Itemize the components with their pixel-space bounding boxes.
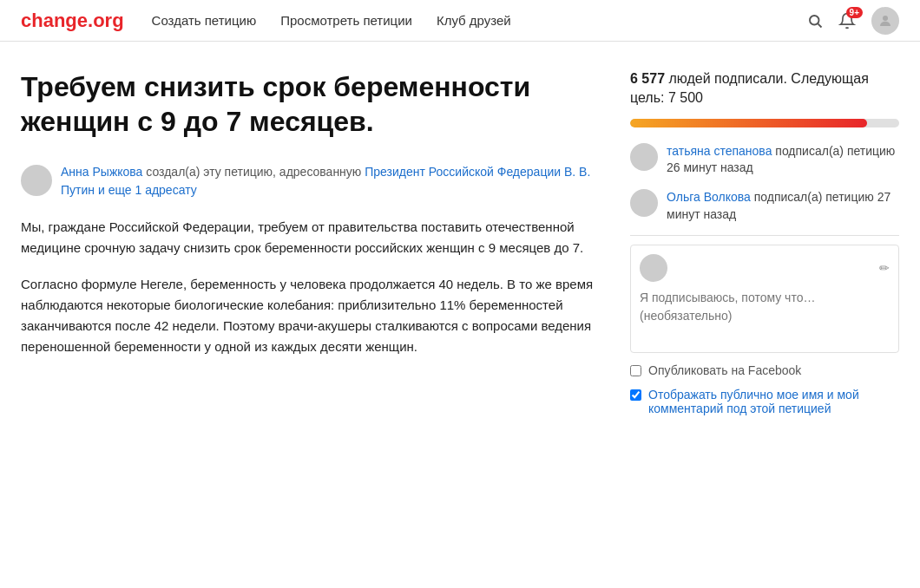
header: change.org Создать петицию Просмотреть п… xyxy=(0,0,920,42)
comment-user-avatar xyxy=(640,254,667,282)
nav-club[interactable]: Клуб друзей xyxy=(437,13,511,28)
nav-browse[interactable]: Просмотреть петиции xyxy=(280,13,412,28)
body-paragraph-2: Согласно формуле Негеле, беременность у … xyxy=(21,274,595,357)
public-checkbox-label[interactable]: Отображать публично мое имя и мой коммен… xyxy=(648,388,899,415)
signer-row-2: Ольга Волкова подписал(а) петицию 27 мин… xyxy=(630,189,899,223)
facebook-checkbox-label[interactable]: Опубликовать на Facebook xyxy=(648,363,801,377)
main-nav: Создать петицию Просмотреть петиции Клуб… xyxy=(152,13,807,28)
author-action: создал(а) эту петицию, адресованную xyxy=(142,165,365,179)
petition-title: Требуем снизить срок беременности женщин… xyxy=(21,69,595,139)
user-avatar[interactable] xyxy=(871,7,899,35)
body-paragraph-1: Мы, граждане Российской Федерации, требу… xyxy=(21,217,595,258)
svg-point-0 xyxy=(810,16,819,25)
petition-body: Мы, граждане Российской Федерации, требу… xyxy=(21,217,595,357)
facebook-checkbox-row: Опубликовать на Facebook xyxy=(630,363,899,377)
svg-line-1 xyxy=(818,23,821,27)
author-name-link[interactable]: Анна Рыжкова xyxy=(61,165,142,179)
main-content: Требуем снизить срок беременности женщин… xyxy=(0,42,920,436)
user-icon xyxy=(877,13,893,29)
header-icons: 9+ xyxy=(807,7,899,35)
comment-input[interactable] xyxy=(640,289,890,341)
progress-bar-container xyxy=(630,119,899,127)
signer-text-2: Ольга Волкова подписал(а) петицию 27 мин… xyxy=(667,189,899,223)
left-column: Требуем снизить срок беременности женщин… xyxy=(21,69,595,415)
right-column: 6 577 людей подписали. Следующая цель: 7… xyxy=(630,69,899,415)
signer-row-1: татьяна степанова подписал(а) петицию 26… xyxy=(630,143,899,177)
notification-badge: 9+ xyxy=(846,7,863,18)
search-icon xyxy=(807,13,823,29)
public-label-link[interactable]: Отображать публично мое имя и мой коммен… xyxy=(648,388,859,415)
comment-section: ✏ xyxy=(630,245,899,353)
progress-bar-fill xyxy=(630,119,867,127)
author-avatar xyxy=(21,165,52,196)
signature-count: 6 577 людей подписали. Следующая цель: 7… xyxy=(630,69,899,108)
nav-create[interactable]: Создать петицию xyxy=(152,13,257,28)
notifications-button[interactable]: 9+ xyxy=(838,12,856,29)
public-checkbox[interactable] xyxy=(630,389,641,401)
public-checkbox-row: Отображать публично мое имя и мой коммен… xyxy=(630,388,899,415)
signer-name-2[interactable]: Ольга Волкова xyxy=(667,190,751,204)
count-number: 6 577 xyxy=(630,71,665,86)
signer-text-1: татьяна степанова подписал(а) петицию 26… xyxy=(667,143,899,177)
count-label: людей подписали. xyxy=(669,71,787,86)
signer-avatar-1 xyxy=(630,143,658,171)
comment-header: ✏ xyxy=(640,254,890,282)
author-text: Анна Рыжкова создал(а) эту петицию, адре… xyxy=(61,163,595,199)
signer-name-1[interactable]: татьяна степанова xyxy=(667,144,772,158)
author-row: Анна Рыжкова создал(а) эту петицию, адре… xyxy=(21,163,595,199)
search-button[interactable] xyxy=(807,13,823,29)
svg-point-2 xyxy=(883,16,888,21)
edit-icon[interactable]: ✏ xyxy=(879,261,890,275)
facebook-checkbox[interactable] xyxy=(630,365,641,376)
site-logo[interactable]: change.org xyxy=(21,10,124,32)
author-extra-link[interactable]: и еще 1 адресату xyxy=(95,183,197,197)
divider xyxy=(630,235,899,236)
signer-avatar-2 xyxy=(630,189,658,217)
